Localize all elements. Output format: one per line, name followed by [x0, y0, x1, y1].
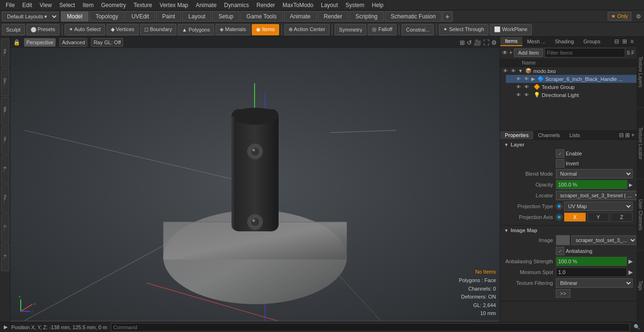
eye-icon-3[interactable]: 👁	[515, 84, 522, 89]
props-icon-1[interactable]: ⊟	[619, 132, 624, 138]
sidebar-icon-pol[interactable]: Po...	[1, 185, 9, 213]
far-right-user-channels[interactable]: User Channels	[636, 179, 644, 251]
menu-item[interactable]: Item	[79, 1, 97, 9]
command-input[interactable]	[111, 323, 630, 332]
auto-select-tool[interactable]: ✦ Auto Select	[65, 24, 105, 35]
enable-checkbox[interactable]: ✓	[556, 149, 564, 158]
list-item-scraper[interactable]: 👁 👁 ▶ 🔷 Scraper_6_Inch_Black_Handle ...	[506, 75, 636, 83]
presets-tool[interactable]: ⬤ Presets	[26, 24, 59, 35]
projection-type-radio[interactable]	[556, 203, 562, 210]
aa-strength-input[interactable]	[556, 257, 627, 266]
menu-maxtomodo[interactable]: MaxToModo	[279, 1, 317, 9]
menu-view[interactable]: View	[36, 1, 56, 9]
items-tool[interactable]: ◉ Items	[252, 24, 279, 35]
image-map-expand-icon[interactable]: ▼	[504, 228, 509, 233]
menu-dynamics[interactable]: Dynamics	[220, 1, 253, 9]
menu-vertex-map[interactable]: Vertex Map	[156, 1, 192, 9]
sculpt-tool[interactable]: Sculpt	[2, 24, 25, 35]
constrain-tool[interactable]: Constrai...	[402, 24, 434, 35]
viewport-lock-icon[interactable]: 🔒	[13, 39, 20, 46]
render-icon[interactable]: 🎥	[474, 39, 481, 46]
eye-icon-3b[interactable]: 👁	[523, 84, 530, 89]
aa-strength-expand[interactable]: ▶	[628, 258, 633, 265]
polygons-tool[interactable]: ▲ Polygons	[178, 24, 214, 35]
min-spot-input[interactable]	[556, 267, 627, 277]
tab-paint[interactable]: Paint	[156, 11, 181, 22]
far-right-texture-locator[interactable]: Texture Locator	[636, 108, 644, 179]
sidebar-icon-c[interactable]: C...	[1, 214, 9, 242]
menu-edit[interactable]: Edit	[18, 1, 36, 9]
fullscreen-icon[interactable]: ⛶	[483, 39, 489, 46]
blend-mode-select[interactable]: Normal Add Multiply	[556, 169, 633, 178]
tab-items[interactable]: Items	[500, 37, 522, 46]
list-item-texture-group[interactable]: 👁 👁 🔶 Texture Group	[506, 83, 636, 91]
list-item-light[interactable]: 👁 👁 💡 Directional Light	[506, 91, 636, 99]
symmetry-tool[interactable]: Symmetry	[335, 24, 367, 35]
tab-model[interactable]: Model	[61, 11, 89, 22]
tab-game-tools[interactable]: Game Tools	[240, 11, 283, 22]
materials-tool[interactable]: ◈ Materials	[215, 24, 250, 35]
menu-animate[interactable]: Animate	[192, 1, 220, 9]
props-icon-2[interactable]: ⊞	[625, 132, 630, 138]
layer-expand-icon[interactable]: ▼	[504, 142, 509, 147]
menu-texture[interactable]: Texture	[130, 1, 156, 9]
sidebar-icon-dup[interactable]: Du...	[1, 68, 9, 96]
props-icon-3[interactable]: +	[631, 132, 635, 138]
workplane-tool[interactable]: ⬜ WorkPlane	[490, 24, 532, 35]
eye-icon-1[interactable]: 👁	[502, 68, 509, 73]
sidebar-icon-me[interactable]: Me...	[1, 97, 9, 125]
tab-topology[interactable]: Topology	[90, 11, 124, 22]
panel-expand-icon[interactable]: ⊞	[621, 37, 628, 46]
image-thumbnail[interactable]	[556, 235, 570, 245]
viewport-perspective[interactable]: Perspective	[24, 38, 56, 47]
proj-axis-radio[interactable]	[556, 214, 562, 220]
menu-select[interactable]: Select	[56, 1, 79, 9]
projection-type-select[interactable]: UV Map Planar	[564, 202, 633, 211]
viewport-advanced[interactable]: Advanced	[59, 38, 87, 47]
viewport[interactable]: 🔒 Perspective Advanced Ray GL: Off ⊞ ↺ 🎥…	[10, 37, 500, 322]
far-right-texture-layers[interactable]: Texture Layers	[636, 37, 644, 108]
tab-groups[interactable]: Groups	[578, 37, 605, 46]
viewport-raygl[interactable]: Ray GL: Off	[91, 38, 123, 47]
eye-icon-2[interactable]: 👁	[515, 76, 522, 81]
vertices-tool[interactable]: ◆ Vertices	[107, 24, 139, 35]
add-icon-global[interactable]: +	[509, 49, 512, 56]
settings-vp-icon[interactable]: ⚙	[491, 39, 497, 46]
boundary-tool[interactable]: ◻ Boundary	[140, 24, 176, 35]
tab-uvedit[interactable]: UVEdit	[125, 11, 155, 22]
reset-icon[interactable]: ↺	[467, 39, 472, 46]
tab-scripting[interactable]: Scripting	[349, 11, 384, 22]
sidebar-icon-de[interactable]: De...	[1, 39, 9, 67]
tab-animate[interactable]: Animate	[284, 11, 317, 22]
opacity-input[interactable]	[556, 180, 627, 189]
eye-icon-1b[interactable]: 👁	[510, 68, 517, 73]
tab-mesh[interactable]: Mesh ...	[522, 37, 550, 46]
add-item-button[interactable]: Add Item	[514, 49, 543, 57]
action-center-tool[interactable]: ⊕ Action Center	[284, 24, 330, 35]
menu-help[interactable]: Help	[368, 1, 388, 9]
eye-icon-global[interactable]: 👁	[502, 49, 508, 56]
filter-items-input[interactable]	[545, 48, 625, 57]
tab-render[interactable]: Render	[318, 11, 348, 22]
tab-schematic-fusion[interactable]: Schematic Fusion	[385, 11, 442, 22]
menu-file[interactable]: File	[2, 1, 18, 9]
tab-properties[interactable]: Properties	[500, 131, 533, 139]
tab-setup[interactable]: Setup	[212, 11, 239, 22]
locator-select[interactable]: scraper_tool_set_3_fresnel ( ...	[556, 191, 636, 200]
expand-arrow-1[interactable]: ▼	[518, 68, 523, 73]
menu-render[interactable]: Render	[253, 1, 279, 9]
tab-channels[interactable]: Channels	[533, 131, 564, 139]
eye-icon-2b[interactable]: 👁	[523, 76, 530, 81]
command-icon[interactable]: 🔍	[634, 324, 640, 330]
antialiasing-checkbox[interactable]: ✓	[556, 247, 564, 255]
select-through-tool[interactable]: ✦ Select Through	[439, 24, 488, 35]
add-tab-button[interactable]: +	[442, 11, 453, 22]
proj-axis-z[interactable]	[611, 212, 633, 222]
panel-collapse-icon[interactable]: ⊟	[613, 37, 620, 46]
list-item-modo[interactable]: 👁 👁 ▼ 📦 modo.bxo	[500, 67, 636, 75]
far-right-tags[interactable]: Tags	[636, 251, 644, 322]
sidebar-icon-f[interactable]: F...	[1, 243, 9, 271]
fit-icon[interactable]: ⊞	[460, 39, 465, 46]
tab-layout[interactable]: Layout	[182, 11, 211, 22]
image-select[interactable]: scraper_tool_set_3_...	[571, 235, 636, 245]
